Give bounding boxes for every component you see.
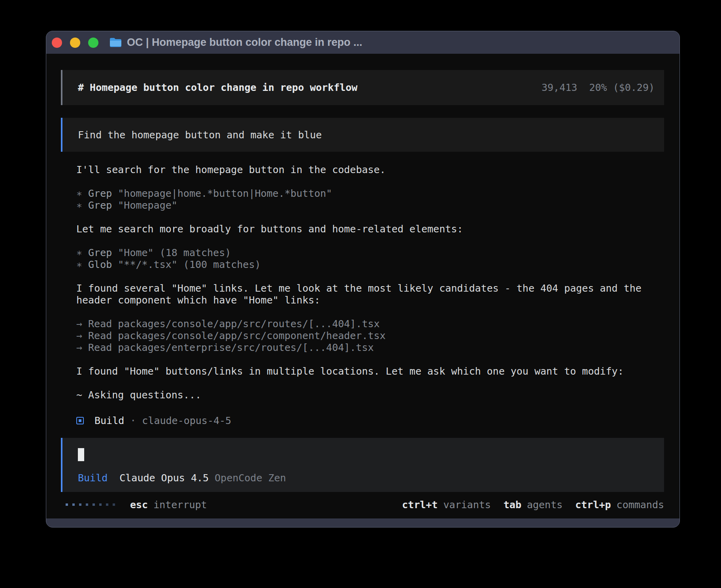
close-button[interactable] [52, 38, 62, 48]
dot-separator: · [130, 415, 136, 426]
status-right: ctrl+t variants tab agents ctrl+p comman… [402, 499, 664, 511]
hint-commands: ctrl+p commands [575, 499, 664, 511]
zoom-button[interactable] [88, 38, 98, 48]
tool-call-read: →Readpackages/enterprise/src/routes/[...… [76, 342, 665, 354]
agent-name: Build [94, 415, 124, 426]
arrow-right-icon: → [76, 318, 82, 330]
status-bar: esc interrupt ctrl+t variants tab agents… [61, 497, 664, 513]
assistant-text: I'll search for the homepage button in t… [76, 164, 665, 176]
context-usage: 20% ($0.29) [589, 82, 655, 93]
assistant-transcript: I'll search for the homepage button in t… [76, 164, 665, 401]
status-left: esc interrupt [61, 499, 207, 511]
tool-call-grep: ∗Grep"Homepage" [76, 200, 665, 211]
session-header: # Homepage button color change in repo w… [61, 70, 664, 105]
user-message-text: Find the homepage button and make it blu… [78, 129, 322, 141]
agent-icon [76, 417, 84, 424]
tool-call-read: →Readpackages/console/app/src/component/… [76, 330, 665, 342]
assistant-text: I found "Home" buttons/links in multiple… [76, 366, 665, 377]
assistant-text: Let me search more broadly for buttons a… [76, 223, 665, 235]
title-bar[interactable]: OC | Homepage button color change in rep… [46, 31, 679, 54]
agent-mode-label[interactable]: Build [78, 472, 108, 484]
model-label[interactable]: Claude Opus 4.5 [119, 472, 209, 484]
arrow-right-icon: → [76, 342, 82, 353]
folder-icon [109, 38, 122, 47]
spinner-dots-icon [66, 503, 115, 506]
user-message: Find the homepage button and make it blu… [61, 118, 664, 152]
prompt-meta: Build Claude Opus 4.5 OpenCode Zen [78, 472, 664, 484]
tool-call-glob: ∗Glob"**/*.tsx" (100 matches) [76, 259, 665, 271]
asterisk-icon: ∗ [76, 188, 82, 199]
traffic-lights [52, 38, 98, 48]
text-cursor [78, 448, 84, 461]
arrow-right-icon: → [76, 330, 82, 341]
tool-call-read: →Readpackages/console/app/src/routes/[..… [76, 318, 665, 330]
asterisk-icon: ∗ [76, 247, 82, 258]
token-count: 39,413 [542, 82, 577, 93]
assistant-text: I found several "Home" links. Let me loo… [76, 283, 665, 306]
assistant-status-text: ~ Asking questions... [76, 389, 665, 401]
minimize-button[interactable] [70, 38, 80, 48]
hint-variants: ctrl+t variants [402, 499, 491, 511]
session-stats: 39,413 20% ($0.29) [542, 82, 655, 93]
terminal-content: # Homepage button color change in repo w… [46, 54, 679, 518]
model-name: claude-opus-4-5 [142, 415, 231, 426]
tool-call-grep: ∗Grep"Home" (18 matches) [76, 247, 665, 259]
asterisk-icon: ∗ [76, 259, 82, 270]
hint-agents: tab agents [504, 499, 562, 511]
agent-status: Build · claude-opus-4-5 [76, 415, 664, 426]
prompt-input[interactable]: Build Claude Opus 4.5 OpenCode Zen [61, 438, 664, 492]
asterisk-icon: ∗ [76, 200, 82, 211]
esc-key: esc [130, 499, 148, 511]
interrupt-label: interrupt [153, 499, 207, 511]
provider-label: OpenCode Zen [215, 472, 286, 484]
session-title: # Homepage button color change in repo w… [78, 82, 357, 93]
window-title: OC | Homepage button color change in rep… [127, 36, 362, 49]
terminal-window: OC | Homepage button color change in rep… [46, 31, 680, 528]
tool-call-grep: ∗Grep"homepage|home.*button|Home.*button… [76, 188, 665, 200]
